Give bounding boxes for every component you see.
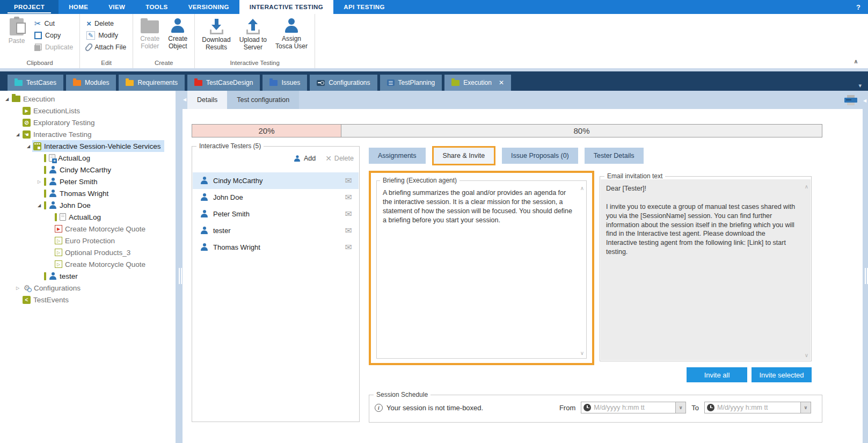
menu-project[interactable]: PROJECT (0, 0, 59, 14)
menu-view[interactable]: VIEW (98, 0, 135, 14)
create-object-button[interactable]: Create Object (165, 16, 190, 51)
collapse-right-icon[interactable]: ◀ (863, 98, 866, 103)
tree-item[interactable]: TestEvents (0, 294, 176, 306)
tab-assignments[interactable]: Assignments (369, 148, 426, 164)
collapse-left-icon[interactable]: ◀ (183, 97, 186, 102)
tree-item[interactable]: Exploratory Testing (0, 117, 176, 128)
progress-segment-remaining: 80% (341, 125, 822, 137)
person-icon (200, 177, 208, 185)
copy-button[interactable]: Copy (32, 30, 75, 40)
tree-item[interactable]: ExecutionLists (0, 105, 176, 117)
tree-item[interactable]: Execution (0, 93, 176, 105)
print-icon[interactable] (844, 95, 857, 105)
email-invitation-textarea[interactable]: Dear [Tester]! I invite you to execute a… (606, 184, 798, 257)
delete-icon: × (86, 19, 91, 27)
tree-item[interactable]: Peter Smith (0, 176, 176, 187)
download-results-button[interactable]: Download Results (199, 16, 233, 52)
delete-button[interactable]: × Delete (84, 18, 128, 28)
briefing-textarea[interactable]: A briefing summarizes the goal and/or pr… (383, 188, 573, 225)
tree-expander-icon[interactable] (35, 203, 43, 208)
tester-row[interactable]: John Doe ✉ (193, 189, 359, 206)
chevron-down-icon[interactable]: ∨ (800, 402, 811, 413)
schedule-status-text: Your session is not time-boxed. (386, 404, 483, 412)
tree-item-icon (49, 166, 57, 174)
envelope-icon[interactable]: ✉ (345, 242, 352, 252)
tree-splitter[interactable] (176, 91, 183, 443)
tester-row[interactable]: Cindy McCarthy ✉ (193, 172, 359, 189)
menu-api-testing[interactable]: API TESTING (333, 0, 395, 14)
modify-button[interactable]: ✎ Modify (84, 30, 128, 40)
scroll-down-icon[interactable]: ∨ (805, 352, 808, 358)
tree-item[interactable]: ActualLog (0, 152, 176, 164)
tree-expander-icon[interactable] (14, 286, 21, 291)
invite-all-button[interactable]: Invite all (687, 367, 747, 382)
help-icon[interactable]: ? (849, 0, 868, 14)
info-icon: i (375, 404, 383, 412)
details-content: 20% 80% Interactive Testers (5) Add ✕ De… (183, 109, 863, 443)
envelope-icon[interactable]: ✉ (345, 192, 352, 202)
menu-interactive-testing[interactable]: INTERACTIVE TESTING (239, 0, 333, 14)
email-title: Email invitation text (604, 172, 665, 180)
attach-file-button[interactable]: Attach File (84, 42, 128, 52)
menu-versioning[interactable]: VERSIONING (178, 0, 239, 14)
cut-button[interactable]: ✂ Cut (32, 18, 75, 28)
envelope-icon[interactable]: ✉ (345, 226, 352, 236)
workspace-tab[interactable]: Requirements (119, 75, 185, 91)
tree-expander-icon[interactable] (3, 97, 11, 101)
session-subtabs: Assignments Share & Invite Issue Proposa… (369, 148, 644, 164)
tab-issue-proposals[interactable]: Issue Proposals (0) (502, 148, 578, 164)
tree-item[interactable]: Thomas Wright (0, 187, 176, 199)
tab-tester-details[interactable]: Tester Details (585, 148, 644, 164)
workspace-tab[interactable]: TestCases (8, 75, 63, 91)
workspace-tab[interactable]: Modules (66, 75, 116, 91)
tree-expander-icon[interactable] (25, 144, 32, 149)
tree-item[interactable]: Configurations (0, 282, 176, 294)
tree-expander-icon[interactable] (35, 179, 43, 184)
tree-item[interactable]: Cindy McCarthy (0, 164, 176, 176)
upload-to-server-button[interactable]: Upload to Server (237, 16, 269, 52)
tree-item[interactable]: Optional Products_3 (0, 246, 176, 258)
tree-item[interactable]: Interactive Session-Vehicle Services (0, 140, 176, 152)
assign-tosca-user-button[interactable]: Assign Tosca User (273, 16, 310, 51)
add-tester-button[interactable]: Add (293, 155, 316, 163)
tree-item[interactable]: Create Motorcycle Quote (0, 258, 176, 270)
briefing-title: Briefing (Execution agent) (380, 177, 459, 184)
invite-selected-button[interactable]: Invite selected (752, 367, 812, 382)
envelope-icon[interactable]: ✉ (345, 176, 352, 186)
tree-item[interactable]: John Doe (0, 199, 176, 211)
tester-row[interactable]: Peter Smith ✉ (193, 206, 359, 222)
tree-item[interactable]: Create Motorcycle Quote (0, 223, 176, 235)
menu-home[interactable]: HOME (59, 0, 98, 14)
menu-tools[interactable]: TOOLS (135, 0, 178, 14)
workspace-tab[interactable]: TestCaseDesign (187, 75, 260, 91)
tab-test-configuration[interactable]: Test configuration (227, 91, 299, 109)
paste-button[interactable]: Paste (4, 16, 29, 46)
from-datetime-picker[interactable]: M/d/yyyy h:mm tt ∨ (581, 402, 686, 413)
delete-tester-button[interactable]: ✕ Delete (325, 154, 354, 163)
tree-item[interactable]: Euro Protection (0, 235, 176, 246)
envelope-icon[interactable]: ✉ (345, 209, 352, 219)
duplicate-button[interactable]: Duplicate (32, 42, 75, 52)
tester-row[interactable]: tester ✉ (193, 222, 359, 239)
workspace-tab[interactable]: TestPlanning (380, 75, 442, 91)
tree-item[interactable]: ActualLog (0, 211, 176, 223)
scroll-up-icon[interactable]: ∧ (805, 184, 808, 190)
ribbon-collapse-icon[interactable]: ∧ (854, 58, 858, 65)
chevron-down-icon[interactable]: ∨ (675, 402, 685, 413)
close-icon[interactable]: ✕ (499, 79, 504, 86)
workspace-tab[interactable]: Execution ✕ (444, 75, 511, 91)
workspace-tab[interactable]: Issues (262, 75, 307, 91)
scroll-down-icon[interactable]: ∨ (580, 350, 584, 356)
scroll-up-icon[interactable]: ∧ (580, 185, 584, 191)
tree-item[interactable]: Interactive Testing (0, 128, 176, 140)
tree-item[interactable]: tester (0, 270, 176, 282)
tester-row[interactable]: Thomas Wright ✉ (193, 239, 359, 256)
to-datetime-picker[interactable]: M/d/yyyy h:mm tt ∨ (704, 402, 811, 413)
tab-details[interactable]: Details (187, 91, 227, 109)
workspace-tab[interactable]: Configurations (310, 75, 377, 91)
tree-expander-icon[interactable] (14, 132, 21, 137)
create-folder-button[interactable]: Create Folder (137, 16, 162, 51)
tree-item-icon (55, 237, 62, 244)
tab-share-invite[interactable]: Share & Invite (432, 146, 496, 165)
right-panel-splitter[interactable]: ◀ (863, 91, 868, 443)
